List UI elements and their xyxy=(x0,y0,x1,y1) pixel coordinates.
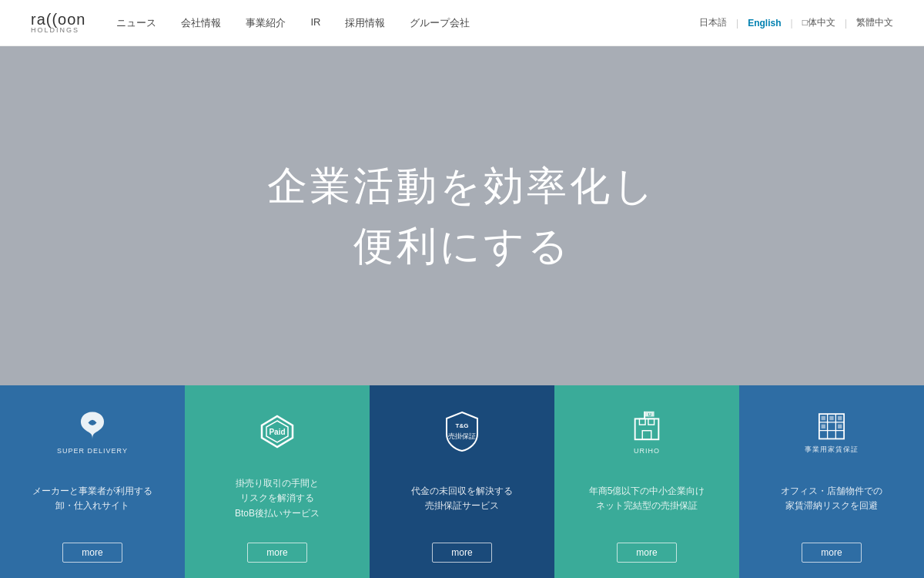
svg-text:Paid: Paid xyxy=(269,428,285,436)
svg-text:売掛保証: 売掛保証 xyxy=(448,432,476,440)
uriho-icon: U URIHO xyxy=(628,408,665,455)
hero-heading: 企業活動を効率化し 便利にする xyxy=(267,156,657,276)
urikake-more-button[interactable]: more xyxy=(432,543,491,563)
svg-rect-19 xyxy=(838,416,842,420)
lang-english[interactable]: English xyxy=(748,18,781,29)
service-card-super-delivery: SUPER DELIVERY メーカーと事業者が利用する卸・仕入れサイト mor… xyxy=(0,385,185,578)
yachin-label: 事業用家賃保証 xyxy=(805,445,859,455)
urikake-description: 代金の未回収を解決する売掛保証サービス xyxy=(411,484,513,513)
super-delivery-icon: SUPER DELIVERY xyxy=(57,408,128,455)
header: ra((oon HOLDINGS ニュース 会社情報 事業紹介 IR 採用情報 … xyxy=(0,0,924,46)
nav-item-business[interactable]: 事業紹介 xyxy=(246,16,286,30)
paid-description: 掛売り取引の手間とリスクを解消するBtoB後払いサービス xyxy=(235,476,320,521)
svg-rect-17 xyxy=(822,416,825,420)
service-card-urikake: T&G 売掛保証 代金の未回収を解決する売掛保証サービス more xyxy=(370,385,554,578)
super-delivery-label: SUPER DELIVERY xyxy=(57,447,128,455)
urikake-icon: T&G 売掛保証 xyxy=(444,408,480,455)
uriho-description: 年商5億以下の中小企業向けネット完結型の売掛保証 xyxy=(589,484,705,513)
svg-rect-21 xyxy=(838,425,842,428)
logo-top: ra((oon xyxy=(31,12,85,27)
svg-rect-20 xyxy=(822,425,825,428)
language-selector: 日本語 | English | □体中文 | 繁體中文 xyxy=(699,16,893,29)
header-left: ra((oon HOLDINGS ニュース 会社情報 事業紹介 IR 採用情報 … xyxy=(31,12,470,34)
service-card-paid: Paid 掛売り取引の手間とリスクを解消するBtoB後払いサービス more xyxy=(185,385,370,578)
uriho-logo-icon: U xyxy=(628,408,665,444)
hero-line1: 企業活動を効率化し xyxy=(267,163,657,208)
logo-bottom: HOLDINGS xyxy=(31,27,85,34)
nav-item-company[interactable]: 会社情報 xyxy=(181,16,221,30)
super-delivery-description: メーカーと事業者が利用する卸・仕入れサイト xyxy=(32,484,152,513)
main-nav: ニュース 会社情報 事業紹介 IR 採用情報 グループ会社 xyxy=(116,16,470,30)
nav-item-news[interactable]: ニュース xyxy=(116,16,156,30)
lang-simplified-chinese[interactable]: □体中文 xyxy=(802,16,835,29)
yachin-description: オフィス・店舗物件での家賃滞納リスクを回避 xyxy=(781,484,882,513)
super-delivery-logo-icon xyxy=(75,408,109,444)
nav-item-ir[interactable]: IR xyxy=(310,16,320,30)
svg-rect-9 xyxy=(644,412,645,419)
lang-traditional-chinese[interactable]: 繁體中文 xyxy=(856,16,893,29)
super-delivery-more-button[interactable]: more xyxy=(62,543,122,563)
svg-rect-7 xyxy=(648,418,654,425)
paid-icon: Paid xyxy=(259,408,296,455)
svg-rect-5 xyxy=(635,418,659,439)
service-card-yachin: 事業用家賃保証 オフィス・店舗物件での家賃滞納リスクを回避 more xyxy=(739,385,924,578)
uriho-more-button[interactable]: more xyxy=(617,543,676,563)
nav-item-group[interactable]: グループ会社 xyxy=(410,16,470,30)
services-section: SUPER DELIVERY メーカーと事業者が利用する卸・仕入れサイト mor… xyxy=(0,385,924,578)
yachin-icon: 事業用家賃保証 xyxy=(805,408,859,455)
nav-item-recruit[interactable]: 採用情報 xyxy=(345,16,385,30)
svg-rect-18 xyxy=(829,416,833,420)
yachin-logo-icon xyxy=(813,408,850,442)
svg-text:U: U xyxy=(648,412,651,417)
svg-rect-6 xyxy=(639,418,645,425)
hero-line2: 便利にする xyxy=(353,223,571,268)
hero-text: 企業活動を効率化し 便利にする xyxy=(267,156,657,276)
lang-japanese[interactable]: 日本語 xyxy=(699,16,727,29)
service-card-uriho: U URIHO 年商5億以下の中小企業向けネット完結型の売掛保証 more xyxy=(554,385,739,578)
yachin-more-button[interactable]: more xyxy=(802,543,861,563)
uriho-label: URIHO xyxy=(634,447,660,455)
paid-more-button[interactable]: more xyxy=(247,543,306,563)
paid-logo-icon: Paid xyxy=(259,413,296,450)
svg-rect-8 xyxy=(642,431,651,440)
urikake-logo-icon: T&G 売掛保証 xyxy=(444,411,480,452)
svg-text:T&G: T&G xyxy=(456,422,469,429)
logo[interactable]: ra((oon HOLDINGS xyxy=(31,12,85,34)
hero-section: 企業活動を効率化し 便利にする xyxy=(0,46,924,385)
